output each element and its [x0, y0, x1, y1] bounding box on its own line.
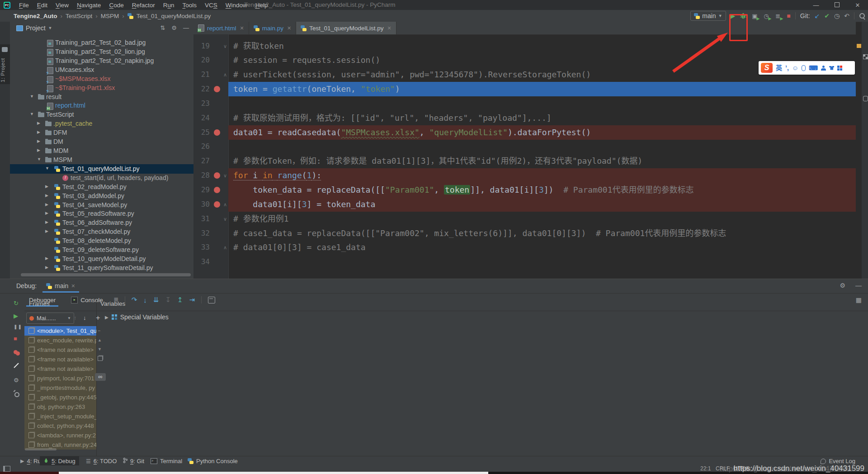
error-stripe-mark[interactable] — [857, 44, 861, 48]
ime-punctuation-icon[interactable]: ’, — [785, 65, 789, 71]
frame-row[interactable]: <frame not available> — [24, 345, 96, 355]
chevron-right-icon[interactable]: ▶ — [37, 121, 40, 125]
tab-main.py[interactable]: main.py✕ — [249, 22, 297, 34]
toolwindow-button-6-todo[interactable]: ☰6: TODO — [82, 456, 120, 466]
breadcrumb-item[interactable]: TestScript — [66, 13, 92, 19]
tab-report.html[interactable]: report.html✕ — [193, 22, 249, 34]
breakpoint-icon[interactable] — [214, 187, 220, 193]
stripe-item-project[interactable]: 1: Project — [0, 54, 10, 86]
breakpoint-icon[interactable] — [214, 201, 220, 208]
frame-row[interactable]: _getobj, python.py:445 — [24, 393, 96, 402]
frame-row[interactable]: <frame not available> — [24, 364, 96, 374]
run-configuration-select[interactable]: main ▼ — [690, 11, 726, 21]
chevron-right-icon[interactable]: ▶ — [45, 184, 48, 189]
special-variables-node[interactable]: ▶ Special Variables — [105, 313, 169, 321]
restore-layout-button[interactable]: ▦ — [856, 296, 862, 303]
toolwindow-button-9-git[interactable]: 9: Git — [119, 456, 148, 466]
chevron-down-icon[interactable]: ▼ — [45, 166, 49, 171]
menu-item-run[interactable]: Run — [159, 2, 179, 9]
ime-emoji-icon[interactable]: ☺ — [792, 65, 798, 71]
resume-button[interactable]: ▶ — [14, 313, 18, 319]
close-tab-icon[interactable]: ✕ — [387, 25, 392, 31]
frame-row[interactable]: <module>, Test_01_qu — [24, 326, 96, 336]
evaluate-expression-button[interactable] — [208, 297, 215, 303]
chevron-right-icon[interactable]: ▶ — [45, 193, 48, 198]
frame-row[interactable]: _inject_setup_module_f — [24, 412, 96, 421]
frame-row[interactable]: obj, python.py:263 — [24, 402, 96, 412]
ime-account-icon[interactable] — [821, 66, 826, 71]
chevron-right-icon[interactable]: ▶ — [45, 202, 48, 207]
ime-keyboard-icon[interactable]: ⌨ — [809, 65, 818, 71]
run-with-profiler-button[interactable]: ◷▶ — [763, 12, 770, 19]
gear-icon[interactable]: ⚙ — [14, 377, 19, 383]
frame-row[interactable]: exec_module, rewrite.p — [24, 336, 96, 345]
ime-skin-icon[interactable] — [829, 66, 834, 70]
frame-row[interactable]: _importtestmodule, py — [24, 383, 96, 393]
frame-row[interactable]: collect, python.py:448 — [24, 421, 96, 431]
step-over-button[interactable]: ↷ — [132, 296, 137, 304]
toolwindow-button-python-console[interactable]: Python Console — [184, 456, 241, 466]
step-into-button[interactable]: ↓ — [143, 296, 147, 304]
stop-button[interactable]: ■ — [14, 336, 17, 341]
chevron-right-icon[interactable]: ▶ — [45, 211, 48, 215]
git-update-button[interactable]: ↙ — [815, 13, 820, 19]
chevron-down-icon[interactable]: ▼ — [30, 112, 34, 116]
minimize-button[interactable]: — — [806, 2, 826, 9]
force-step-into-button[interactable]: ⇊ — [153, 296, 159, 304]
step-out-disabled-button[interactable]: ↧ — [165, 296, 171, 304]
search-everywhere-button[interactable] — [859, 13, 865, 19]
scroll-up-icon[interactable]: ▲ — [98, 338, 102, 342]
chevron-right-icon[interactable]: ▶ — [37, 139, 40, 143]
rollback-button[interactable]: ↶ — [844, 13, 849, 19]
menu-item-tools[interactable]: Tools — [178, 2, 201, 9]
toolwindow-toggle-icon[interactable] — [3, 466, 10, 472]
ime-language-toggle[interactable]: 英 — [776, 65, 782, 71]
breakpoint-icon[interactable] — [214, 172, 220, 179]
close-tab-icon[interactable]: ✕ — [287, 25, 291, 31]
chevron-right-icon[interactable]: ▶ — [37, 130, 40, 134]
horizontal-scrollbar[interactable] — [21, 273, 191, 276]
close-tab-icon[interactable]: ✕ — [240, 25, 244, 31]
breadcrumb-item[interactable]: Tengine2_Auto — [14, 13, 57, 19]
tab-Test_01_queryModelList.py[interactable]: Test_01_queryModelList.py✕ — [296, 22, 396, 34]
add-watch-button[interactable]: + — [96, 314, 100, 322]
breadcrumb-item[interactable]: Test_01_queryModelList.py — [137, 13, 211, 19]
breadcrumb-item[interactable]: MSPM — [101, 13, 119, 19]
chevron-down-icon[interactable]: ▼ — [30, 94, 34, 99]
chevron-right-icon[interactable]: ▶ — [45, 265, 48, 270]
caret-position[interactable]: 22:1 — [700, 465, 711, 472]
breakpoint-icon[interactable] — [214, 86, 220, 92]
locate-file-button[interactable]: ⇅ — [160, 24, 165, 31]
run-to-cursor-button[interactable]: ⇥ — [189, 296, 195, 304]
hide-panel-button[interactable]: — — [855, 282, 862, 289]
frame-row[interactable]: <lambda>, runner.py:2 — [24, 431, 96, 440]
menu-item-edit[interactable]: Edit — [33, 2, 52, 9]
pause-button[interactable]: ❚❚ — [14, 325, 22, 329]
menu-item-file[interactable]: File — [15, 2, 33, 9]
frames-scrollbar[interactable] — [25, 448, 57, 450]
menu-item-code[interactable]: Code — [105, 2, 127, 9]
attach-to-process-button[interactable]: ▣▶ — [751, 12, 759, 19]
toolwindow-button-5-debug[interactable]: 5: Debug — [40, 456, 79, 466]
history-button[interactable]: ◷ — [834, 13, 840, 19]
frame-row[interactable]: <frame not available> — [24, 355, 96, 364]
fold-icon[interactable]: ∧ — [223, 240, 227, 255]
line-separator[interactable]: CRLF — [716, 465, 730, 472]
fold-icon[interactable]: ∧ — [223, 197, 227, 212]
hide-panel-button[interactable]: — — [183, 24, 189, 31]
chevron-right-icon[interactable]: ▶ — [45, 256, 48, 261]
menu-item-vcs[interactable]: VCS — [201, 2, 222, 9]
chevron-right-icon[interactable]: ▶ — [45, 220, 48, 224]
gear-icon[interactable]: ⚙ — [840, 282, 845, 289]
toolwindow-button-terminal[interactable]: >Terminal — [147, 456, 186, 466]
step-out-button[interactable]: ↥ — [177, 296, 183, 304]
gear-icon[interactable]: ⚙ — [171, 24, 177, 31]
fold-icon[interactable]: ∨ — [223, 39, 227, 53]
chevron-down-icon[interactable]: ▼ — [37, 157, 41, 161]
run-concurrency-button[interactable]: ≣▶ — [775, 12, 782, 19]
ime-toolbox-icon[interactable] — [837, 66, 842, 71]
stop-button[interactable]: ■ — [787, 13, 790, 19]
chevron-right-icon[interactable]: ▶ — [37, 148, 40, 152]
fold-icon[interactable]: ∧ — [223, 67, 227, 82]
menu-item-navigate[interactable]: Navigate — [73, 2, 105, 9]
